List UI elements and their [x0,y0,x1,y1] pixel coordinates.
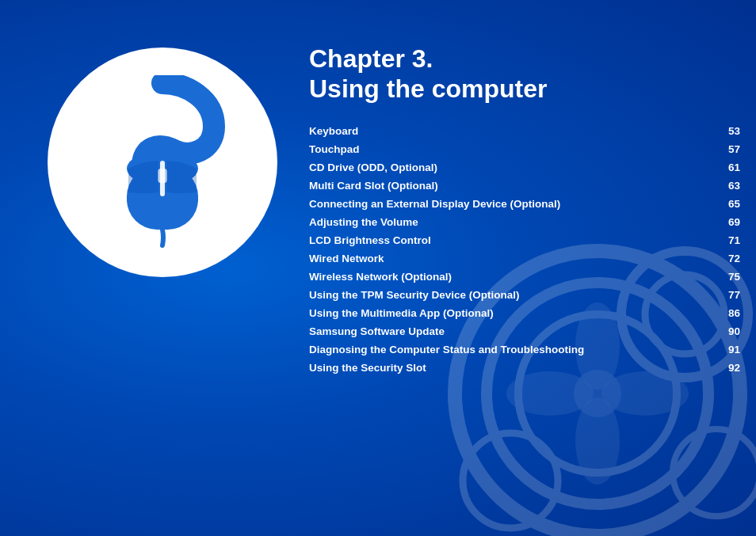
table-row: Touchpad57 [309,140,740,158]
toc-item-label: Samsung Software Update [309,325,718,337]
toc-item-page: 92 [718,362,740,374]
chapter-line2: Using the computer [309,74,547,103]
chapter-line1: Chapter 3. [309,44,433,73]
toc-item-page: 72 [718,253,740,264]
toc-item-page: 71 [718,234,740,246]
toc-item-label: Connecting an External Display Device (O… [309,198,718,210]
toc-item-page: 69 [718,216,740,228]
table-of-contents: Keyboard53Touchpad57CD Drive (ODD, Optio… [309,122,740,377]
toc-item-label: Adjusting the Volume [309,216,718,228]
table-row: LCD Brightness Control71 [309,231,740,249]
toc-item-page: 57 [718,143,740,155]
table-row: Wired Network72 [309,249,740,268]
table-row: Adjusting the Volume69 [309,213,740,231]
toc-item-page: 75 [718,271,740,283]
toc-item-page: 91 [718,344,740,355]
toc-item-label: Diagnosing the Computer Status and Troub… [309,344,718,355]
toc-item-page: 77 [718,289,740,301]
toc-item-page: 90 [718,325,740,337]
table-row: Samsung Software Update90 [309,322,740,340]
toc-item-label: CD Drive (ODD, Optional) [309,162,718,173]
toc-item-label: Touchpad [309,143,718,155]
toc-item-page: 61 [718,162,740,173]
toc-item-label: LCD Brightness Control [309,234,718,246]
toc-item-label: Wireless Network (Optional) [309,271,718,283]
table-row: Connecting an External Display Device (O… [309,195,740,213]
table-row: Wireless Network (Optional)75 [309,268,740,286]
toc-item-label: Keyboard [309,125,718,137]
content-area: Chapter 3. Using the computer Keyboard53… [309,44,740,520]
table-row: Using the TPM Security Device (Optional)… [309,286,740,304]
chapter-title: Chapter 3. Using the computer [309,44,740,105]
table-row: CD Drive (ODD, Optional)61 [309,158,740,177]
table-row: Using the Security Slot92 [309,359,740,377]
mouse-illustration [48,48,285,428]
toc-item-label: Multi Card Slot (Optional) [309,180,718,192]
toc-item-page: 63 [718,180,740,192]
svg-rect-15 [158,169,167,183]
toc-item-label: Wired Network [309,253,718,264]
table-row: Diagnosing the Computer Status and Troub… [309,340,740,359]
table-row: Keyboard53 [309,122,740,140]
toc-item-page: 53 [718,125,740,137]
table-row: Multi Card Slot (Optional)63 [309,177,740,195]
toc-item-label: Using the Security Slot [309,362,718,374]
toc-item-page: 65 [718,198,740,210]
toc-item-label: Using the Multimedia App (Optional) [309,307,718,319]
toc-item-label: Using the TPM Security Device (Optional) [309,289,718,301]
toc-item-page: 86 [718,307,740,319]
table-row: Using the Multimedia App (Optional)86 [309,304,740,322]
